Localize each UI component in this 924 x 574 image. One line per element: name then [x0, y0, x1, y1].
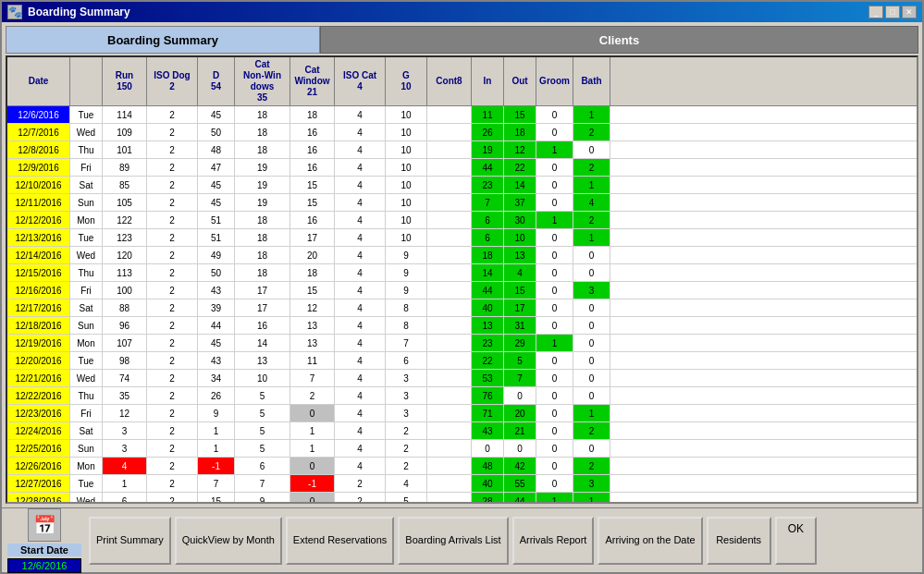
table-row: 12/19/2016Mon107245141347232910 [7, 335, 917, 352]
col-header-isodog: ISO Dog2 [147, 57, 198, 105]
table-cell: 122 [103, 212, 147, 228]
col-header-isocat: ISO Cat4 [335, 57, 386, 105]
table-cell: 2 [147, 299, 198, 316]
table-cell: 4 [335, 106, 386, 123]
table-cell: 44 [472, 159, 504, 176]
table-cell: 19 [235, 194, 290, 211]
table-cell: 23 [472, 177, 504, 193]
table-cell: 10 [386, 194, 427, 211]
table-cell: 4 [386, 475, 427, 492]
table-cell: 9 [386, 247, 427, 263]
boarding-arrivals-list-button[interactable]: Boarding Arrivals List [398, 517, 508, 565]
start-date-value[interactable]: 12/6/2016 [7, 558, 81, 573]
table-cell [427, 352, 472, 369]
table-cell: 2 [147, 124, 198, 140]
table-cell: 9 [198, 405, 235, 421]
table-cell: Mon [70, 458, 103, 474]
table-cell: 107 [103, 335, 147, 351]
table-cell: 2 [147, 247, 198, 263]
table-cell: Sun [70, 440, 103, 457]
table-cell: 14 [235, 335, 290, 351]
table-cell: 48 [198, 141, 235, 158]
table-cell: 13 [290, 335, 335, 351]
table-cell: 0 [536, 475, 573, 492]
table-cell: 47 [198, 159, 235, 176]
table-cell: 18 [235, 106, 290, 123]
table-cell: 2 [573, 159, 610, 176]
table-cell: 1 [198, 422, 235, 439]
table-cell: 2 [386, 440, 427, 457]
table-cell: 3 [386, 370, 427, 386]
table-cell: 4 [335, 264, 386, 281]
table-row: 12/24/2016Sat3215142432102 [7, 422, 917, 440]
table-cell: 12/27/2016 [7, 475, 70, 492]
minimize-button[interactable]: _ [869, 6, 883, 18]
table-cell: 89 [103, 159, 147, 176]
table-cell: 0 [536, 387, 573, 404]
print-summary-button[interactable]: Print Summary [89, 517, 171, 565]
column-headers: Date Run150 ISO Dog2 D54 CatNon-Windows3… [7, 57, 917, 106]
close-button[interactable]: ✕ [902, 6, 917, 18]
table-cell: 20 [290, 247, 335, 263]
clients-header: Clients [320, 26, 918, 54]
table-cell: Fri [70, 159, 103, 176]
table-cell: 1 [573, 177, 610, 193]
table-cell: 9 [386, 264, 427, 281]
table-cell: 0 [472, 440, 504, 457]
table-cell: 2 [147, 229, 198, 246]
arrivals-report-button[interactable]: Arrivals Report [512, 517, 595, 565]
table-cell: 2 [147, 475, 198, 492]
maximize-button[interactable]: □ [885, 6, 900, 18]
ok-button[interactable]: OK [775, 517, 817, 565]
scrollbar-header-spacer [610, 57, 625, 105]
table-cell: 4 [335, 159, 386, 176]
table-cell: 50 [198, 124, 235, 140]
table-cell [427, 405, 472, 421]
title-bar: 🐾 Boarding Summary _ □ ✕ [2, 2, 922, 22]
table-cell: 13 [504, 247, 536, 263]
table-cell: 123 [103, 229, 147, 246]
table-cell: 2 [335, 493, 386, 502]
col-header-date: Date [7, 57, 70, 105]
table-row: 12/9/2016Fri892471916410442202 [7, 159, 917, 177]
table-cell: 15 [290, 177, 335, 193]
extend-reservations-button[interactable]: Extend Reservations [286, 517, 395, 565]
table-cell: 15 [504, 282, 536, 299]
col-header-run: Run150 [103, 57, 147, 105]
table-cell: 2 [147, 405, 198, 421]
table-cell: 40 [472, 475, 504, 492]
table-cell: 45 [198, 194, 235, 211]
table-cell: 17 [235, 282, 290, 299]
table-cell: 4 [335, 194, 386, 211]
table-cell: 17 [235, 299, 290, 316]
table-row: 12/21/2016Wed742341074353700 [7, 370, 917, 387]
col-header-cont8: Cont8 [427, 57, 472, 105]
table-cell: 12/8/2016 [7, 141, 70, 158]
residents-button[interactable]: Residents [707, 517, 771, 565]
table-cell: 2 [147, 335, 198, 351]
table-cell: 15 [290, 282, 335, 299]
arriving-on-date-button[interactable]: Arriving on the Date [598, 517, 702, 565]
quickview-by-month-button[interactable]: QuickView by Month [175, 517, 282, 565]
table-cell: 43 [472, 422, 504, 439]
table-row: 12/26/2016Mon42-16042484202 [7, 458, 917, 475]
table-cell: 26 [472, 124, 504, 140]
table-cell: 10 [386, 177, 427, 193]
table-cell: 0 [573, 317, 610, 334]
table-cell: 9 [386, 282, 427, 299]
table-cell: 2 [147, 194, 198, 211]
table-cell: 17 [290, 229, 335, 246]
table-cell: 2 [147, 264, 198, 281]
table-cell: 105 [103, 194, 147, 211]
table-cell: 2 [386, 422, 427, 439]
col-header-bath: Bath [573, 57, 610, 105]
table-cell: 0 [536, 405, 573, 421]
table-cell [427, 458, 472, 474]
table-cell: Fri [70, 282, 103, 299]
table-cell [427, 282, 472, 299]
table-cell: 0 [536, 124, 573, 140]
table-cell: 10 [386, 106, 427, 123]
table-cell: Sat [70, 177, 103, 193]
table-cell: 0 [504, 387, 536, 404]
table-cell [427, 335, 472, 351]
